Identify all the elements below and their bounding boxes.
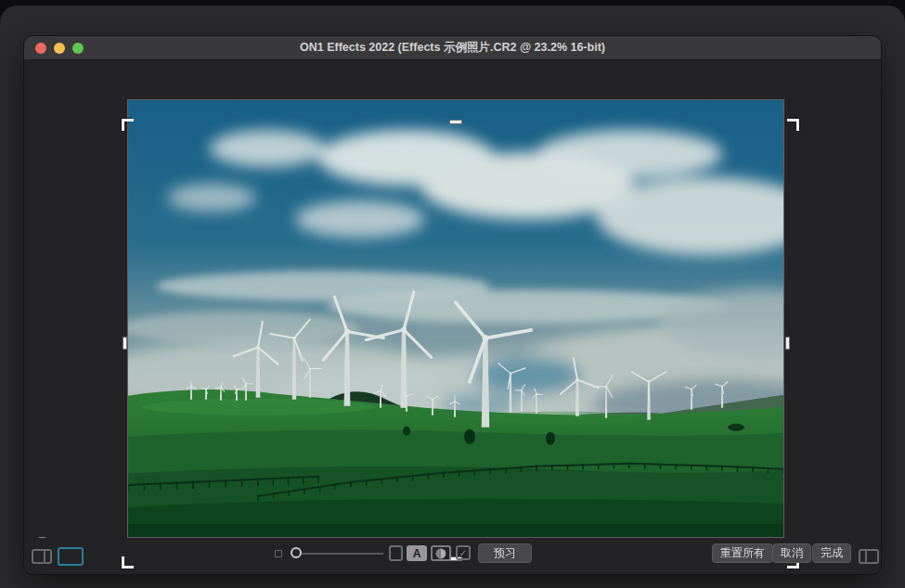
reset-all-button[interactable]: 重置所有: [712, 543, 773, 563]
original-view-icon[interactable]: [389, 545, 403, 561]
titlebar: ON1 Effects 2022 (Effects 示例照片.CR2 @ 23.…: [24, 36, 881, 60]
thumbnail-size-icon: [275, 550, 282, 557]
done-button[interactable]: 完成: [812, 543, 851, 563]
photo-windmills[interactable]: [128, 100, 783, 537]
mask-view-icon[interactable]: [431, 545, 451, 561]
zoom-slider-knob[interactable]: [291, 547, 302, 558]
preview-button[interactable]: 预习: [478, 543, 532, 563]
screen: ON1 Effects 2022 (Effects 示例照片.CR2 @ 23.…: [0, 0, 905, 588]
transform-handle-left[interactable]: [123, 337, 127, 350]
transform-handle-right[interactable]: [785, 337, 790, 350]
cancel-button[interactable]: 取消: [772, 543, 811, 563]
zoom-window-button[interactable]: [72, 43, 84, 54]
transform-handle-top[interactable]: [449, 120, 462, 124]
bottom-bar: A ✓ 预习 重置所有 取消 完成: [24, 535, 881, 574]
minimize-window-button[interactable]: [54, 43, 65, 54]
compare-view-icon[interactable]: A: [407, 545, 427, 561]
close-window-button[interactable]: [35, 43, 46, 54]
zoom-slider-track[interactable]: [302, 553, 383, 555]
window-title: ON1 Effects 2022 (Effects 示例照片.CR2 @ 23.…: [24, 40, 881, 56]
soft-proof-icon[interactable]: ✓: [456, 545, 471, 560]
compare-view-label: A: [413, 547, 421, 560]
canvas-area: [24, 61, 882, 537]
transform-handle-top-right[interactable]: [787, 119, 799, 131]
app-window: ON1 Effects 2022 (Effects 示例照片.CR2 @ 23.…: [23, 35, 882, 575]
transform-handle-top-left[interactable]: [122, 119, 134, 131]
